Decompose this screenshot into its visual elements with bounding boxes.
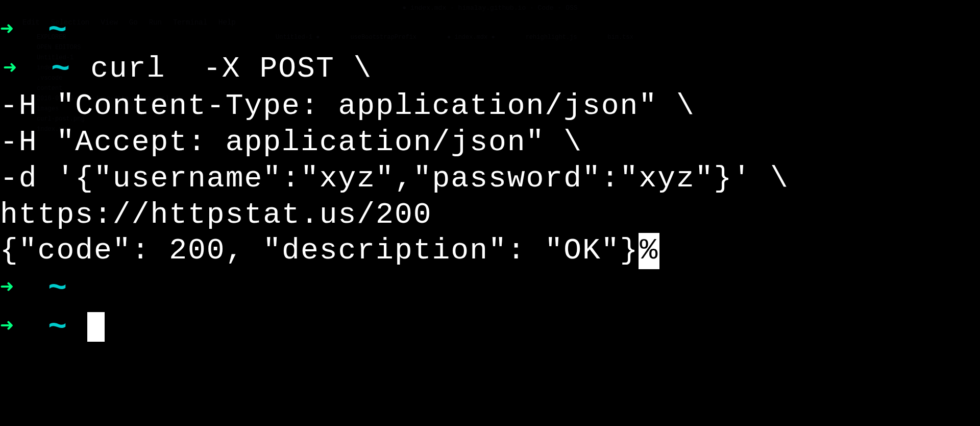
command-text: -d '{"username":"xyz","password":"xyz"}'… [0, 161, 789, 197]
terminal-overlay[interactable]: ➜ ~ ➜ ~ curl -X POST \ -H "Content-Type:… [0, 0, 980, 426]
command-line-3: -H "Accept: application/json" \ [0, 125, 980, 161]
prompt-tilde-icon: ~ [48, 11, 68, 50]
prompt-line-1: ➜ ~ [0, 11, 980, 50]
command-text: -H "Content-Type: application/json" \ [0, 88, 695, 125]
prompt-tilde-icon: ~ [48, 308, 68, 347]
prompt-tilde-icon: ~ [51, 50, 71, 89]
command-block: ➜ ~ curl -X POST \ -H "Content-Type: app… [0, 50, 980, 269]
prompt-arrow-icon: ➜ [0, 17, 23, 44]
command-line-1: ➜ ~ curl -X POST \ [0, 50, 980, 89]
prompt-arrow-icon: ➜ [0, 275, 23, 302]
response-line: {"code": 200, "description": "OK"}% [0, 233, 980, 269]
prompt-tilde-icon: ~ [48, 269, 68, 308]
command-text: -H "Accept: application/json" \ [0, 125, 582, 161]
prompt-line-3-active[interactable]: ➜ ~ [0, 308, 980, 347]
command-text: curl -X POST \ [90, 51, 372, 87]
command-line-2: -H "Content-Type: application/json" \ [0, 88, 980, 125]
block-cursor-icon [87, 312, 105, 342]
command-line-5: https://httpstat.us/200 [0, 197, 980, 233]
command-text: https://httpstat.us/200 [0, 197, 432, 233]
percent-cursor-icon: % [639, 233, 659, 269]
prompt-line-2: ➜ ~ [0, 269, 980, 308]
response-text: {"code": 200, "description": "OK"} [0, 233, 639, 269]
command-line-4: -d '{"username":"xyz","password":"xyz"}'… [0, 161, 980, 197]
prompt-arrow-icon: ➜ [0, 314, 23, 341]
prompt-arrow-icon: ➜ [3, 56, 27, 83]
